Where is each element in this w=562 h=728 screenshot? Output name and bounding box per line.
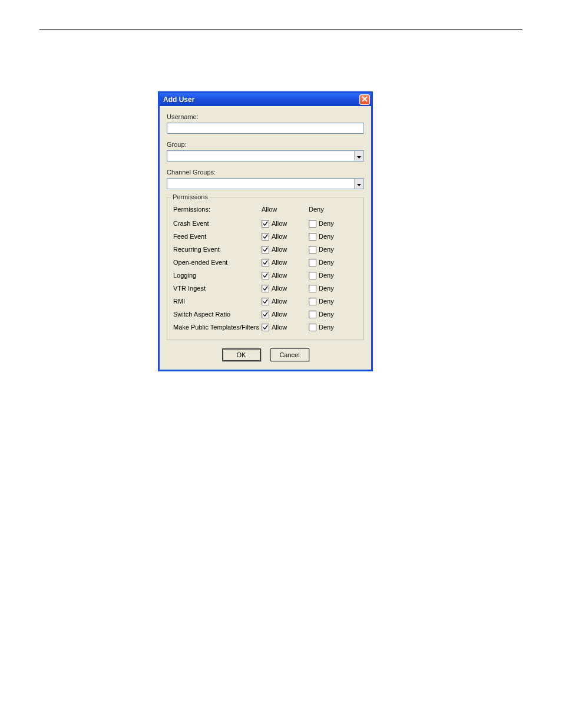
permission-row: VTR IngestAllowDeny — [173, 282, 358, 295]
allow-label: Allow — [272, 220, 287, 227]
allow-label: Allow — [272, 272, 287, 279]
deny-label: Deny — [319, 311, 334, 318]
allow-label: Allow — [272, 246, 287, 253]
permission-row: Open-ended EventAllowDeny — [173, 256, 358, 269]
allow-label: Allow — [272, 259, 287, 266]
permission-allow-cell: Allow — [262, 246, 309, 253]
deny-label: Deny — [319, 298, 334, 305]
deny-checkbox[interactable] — [309, 285, 316, 292]
deny-label: Deny — [319, 220, 334, 227]
cancel-button-label: Cancel — [279, 351, 299, 358]
group-combo-input[interactable] — [167, 151, 354, 161]
allow-checkbox[interactable] — [262, 311, 269, 318]
group-label: Group: — [167, 141, 364, 148]
ok-button-label: OK — [237, 351, 246, 358]
permission-allow-cell: Allow — [262, 220, 309, 228]
permission-row: Recurring EventAllowDeny — [173, 243, 358, 256]
permission-name: Crash Event — [173, 220, 262, 227]
allow-checkbox[interactable] — [262, 220, 269, 228]
permission-name: Switch Aspect Ratio — [173, 311, 262, 318]
permission-name: Feed Event — [173, 233, 262, 240]
permission-deny-cell: Deny — [309, 233, 350, 241]
permissions-rows: Crash EventAllowDenyFeed EventAllowDenyR… — [173, 217, 358, 334]
deny-checkbox[interactable] — [309, 259, 316, 266]
permission-deny-cell: Deny — [309, 220, 350, 228]
chevron-down-icon — [357, 180, 361, 187]
allow-label: Allow — [272, 233, 287, 240]
permissions-header-deny: Deny — [309, 206, 350, 213]
allow-checkbox[interactable] — [262, 272, 269, 279]
permission-deny-cell: Deny — [309, 298, 350, 305]
add-user-dialog: Add User Username: Group: — [158, 91, 373, 371]
deny-label: Deny — [319, 272, 334, 279]
permissions-header: Permissions: Allow Deny — [173, 203, 358, 216]
permissions-legend: Permissions — [171, 193, 210, 200]
permission-deny-cell: Deny — [309, 285, 350, 292]
permission-name: Logging — [173, 272, 262, 279]
permissions-group: Permissions Permissions: Allow Deny Cras… — [167, 197, 364, 340]
permissions-header-allow: Allow — [262, 206, 309, 213]
close-icon — [362, 96, 368, 103]
allow-label: Allow — [272, 324, 287, 331]
chevron-down-icon — [357, 153, 361, 160]
permission-name: Recurring Event — [173, 246, 262, 253]
deny-checkbox[interactable] — [309, 324, 316, 331]
allow-checkbox[interactable] — [262, 285, 269, 292]
allow-checkbox[interactable] — [262, 324, 269, 331]
channel-groups-label: Channel Groups: — [167, 169, 364, 176]
permission-row: Make Public Templates/FiltersAllowDeny — [173, 321, 358, 334]
deny-checkbox[interactable] — [309, 298, 316, 305]
username-label: Username: — [167, 113, 364, 120]
allow-checkbox[interactable] — [262, 259, 269, 266]
permission-row: RMIAllowDeny — [173, 295, 358, 308]
allow-checkbox[interactable] — [262, 246, 269, 253]
permission-allow-cell: Allow — [262, 285, 309, 292]
permission-allow-cell: Allow — [262, 311, 309, 318]
deny-checkbox[interactable] — [309, 220, 316, 228]
deny-label: Deny — [319, 259, 334, 266]
allow-label: Allow — [272, 285, 287, 292]
allow-checkbox[interactable] — [262, 298, 269, 305]
channel-groups-combo-input[interactable] — [167, 179, 354, 189]
close-button[interactable] — [359, 94, 370, 105]
dialog-body: Username: Group: Channel Groups: — [160, 106, 371, 370]
permission-deny-cell: Deny — [309, 246, 350, 253]
permission-name: RMI — [173, 298, 262, 305]
permission-deny-cell: Deny — [309, 272, 350, 279]
permission-allow-cell: Allow — [262, 272, 309, 279]
deny-label: Deny — [319, 246, 334, 253]
deny-label: Deny — [319, 285, 334, 292]
channel-groups-dropdown-button[interactable] — [354, 179, 363, 189]
permission-name: Make Public Templates/Filters — [173, 324, 262, 331]
channel-groups-combo[interactable] — [167, 178, 364, 189]
dialog-title: Add User — [163, 95, 194, 104]
permission-allow-cell: Allow — [262, 233, 309, 241]
page-divider — [39, 29, 523, 30]
permission-row: Feed EventAllowDeny — [173, 230, 358, 243]
group-combo[interactable] — [167, 150, 364, 162]
titlebar: Add User — [160, 93, 371, 106]
allow-label: Allow — [272, 298, 287, 305]
permission-deny-cell: Deny — [309, 259, 350, 266]
deny-label: Deny — [319, 324, 334, 331]
group-dropdown-button[interactable] — [354, 151, 363, 161]
permission-row: Switch Aspect RatioAllowDeny — [173, 308, 358, 321]
allow-label: Allow — [272, 311, 287, 318]
allow-checkbox[interactable] — [262, 233, 269, 241]
deny-checkbox[interactable] — [309, 233, 316, 241]
deny-checkbox[interactable] — [309, 246, 316, 253]
permission-row: Crash EventAllowDeny — [173, 217, 358, 230]
permission-allow-cell: Allow — [262, 298, 309, 305]
permission-name: VTR Ingest — [173, 285, 262, 292]
deny-checkbox[interactable] — [309, 311, 316, 318]
permission-allow-cell: Allow — [262, 324, 309, 331]
deny-label: Deny — [319, 233, 334, 240]
permission-name: Open-ended Event — [173, 259, 262, 266]
deny-checkbox[interactable] — [309, 272, 316, 279]
permission-deny-cell: Deny — [309, 311, 350, 318]
username-input[interactable] — [167, 123, 364, 134]
permission-allow-cell: Allow — [262, 259, 309, 266]
cancel-button[interactable]: Cancel — [270, 348, 309, 361]
permission-deny-cell: Deny — [309, 324, 350, 331]
ok-button[interactable]: OK — [222, 348, 261, 361]
